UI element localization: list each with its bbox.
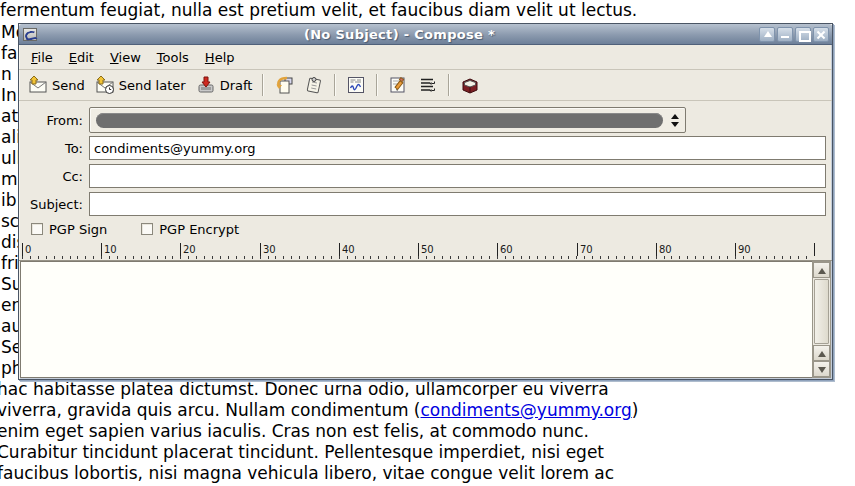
doc-text: viverra, gravida quis arcu. Nullam condi… [0, 400, 421, 420]
pgp-sign-label: PGP Sign [49, 222, 107, 237]
close-button[interactable] [813, 27, 829, 42]
subject-row: Subject: [23, 190, 828, 218]
shade-button[interactable] [759, 27, 775, 42]
doc-fragment: er [1, 295, 18, 316]
attach-button[interactable] [299, 72, 329, 98]
toolbar-separator [334, 74, 336, 96]
ruler-tick: 10 [101, 243, 117, 256]
linewrap-icon [418, 75, 438, 95]
doc-text: ) [632, 400, 639, 420]
cc-row: Cc: [23, 162, 828, 190]
ruler-tick: 60 [497, 243, 513, 256]
cc-input[interactable] [89, 164, 826, 188]
send-later-label: Send later [119, 78, 186, 93]
ruler-tick: 0 [22, 243, 31, 256]
send-label: Send [52, 78, 85, 93]
pgp-encrypt-checkbox[interactable] [141, 223, 153, 235]
from-row: From: [23, 106, 828, 134]
message-body-input[interactable] [20, 261, 812, 378]
doc-fragment: fa [1, 43, 17, 64]
ruler-tick: 40 [339, 243, 355, 256]
scroll-up-button[interactable] [813, 262, 830, 278]
window-title: (No Subject) - Compose * [40, 27, 759, 42]
send-later-button[interactable]: Send later [90, 72, 191, 98]
vertical-scrollbar[interactable] [812, 261, 831, 378]
ruler-tick: 30 [260, 243, 276, 256]
from-redacted-value [96, 113, 663, 128]
doc-fragment: m [1, 169, 18, 190]
menubar: File Edit View Tools Help [19, 45, 832, 70]
doc-fragment: n [1, 64, 12, 85]
doc-fragment: In [1, 85, 17, 106]
pgp-sign-checkbox[interactable] [31, 223, 43, 235]
doc-bottom-line: viverra, gravida quis arcu. Nullam condi… [0, 400, 638, 421]
doc-bottom-line: faucibus lobortis, nisi magna vehicula l… [0, 463, 614, 484]
signature-icon [346, 75, 366, 95]
ruler-tick: 50 [418, 243, 434, 256]
scroll-up-button-bottom[interactable] [813, 345, 830, 361]
toolbar-separator [376, 74, 378, 96]
menu-edit[interactable]: Edit [61, 47, 102, 68]
doc-fragment: at [1, 106, 18, 127]
menu-view[interactable]: View [102, 47, 149, 68]
draft-icon [196, 75, 216, 95]
edit-icon [388, 75, 408, 95]
doc-fragment: sc [1, 211, 19, 232]
insert-file-icon [274, 75, 294, 95]
pgp-options: PGP Sign PGP Encrypt [19, 218, 832, 240]
send-icon [28, 75, 48, 95]
column-ruler: 0 10 20 30 40 50 60 70 80 90 [19, 242, 832, 261]
cc-label: Cc: [23, 169, 89, 184]
signature-button[interactable] [341, 72, 371, 98]
draft-button[interactable]: Draft [191, 72, 258, 98]
doc-bottom-line: Curabitur tincidunt placerat tincidunt. … [0, 442, 604, 463]
from-combo[interactable] [89, 107, 686, 133]
message-body-area [20, 261, 831, 378]
toolbar-separator [448, 74, 450, 96]
insert-file-button[interactable] [269, 72, 299, 98]
doc-top-line: fermentum feugiat, nulla est pretium vel… [0, 0, 637, 21]
menu-help[interactable]: Help [197, 47, 243, 68]
mailto-link[interactable]: condiments@yummy.org [421, 400, 632, 420]
from-label: From: [23, 113, 89, 128]
send-later-icon [95, 75, 115, 95]
address-book-button[interactable] [455, 72, 485, 98]
header-fields: From: To: Cc: Subject: [19, 101, 832, 218]
ruler-end-tick [814, 243, 815, 256]
doc-bottom-line: hac habitasse platea dictumst. Donec urn… [0, 379, 609, 400]
ruler-tick: 80 [656, 243, 672, 256]
to-row: To: [23, 134, 828, 162]
compose-window: (No Subject) - Compose * File Edit View … [18, 23, 833, 380]
toolbar: Send Send later Draft [19, 70, 832, 101]
menu-file[interactable]: File [23, 47, 61, 68]
ruler-tick: 70 [577, 243, 593, 256]
to-label: To: [23, 141, 89, 156]
pgp-sign-option[interactable]: PGP Sign [31, 222, 107, 237]
pgp-encrypt-option[interactable]: PGP Encrypt [141, 222, 239, 237]
doc-fragment: fri [1, 253, 19, 274]
subject-input[interactable] [89, 192, 826, 216]
linewrap-button[interactable] [413, 72, 443, 98]
subject-label: Subject: [23, 197, 89, 212]
attach-icon [304, 75, 324, 95]
menu-tools[interactable]: Tools [149, 47, 197, 68]
doc-bottom-line: enim eget sapien varius iaculis. Cras no… [0, 421, 589, 442]
edit-button[interactable] [383, 72, 413, 98]
to-input[interactable] [89, 136, 826, 160]
address-book-icon [460, 75, 480, 95]
combo-arrows-icon [671, 114, 679, 127]
ruler-tick: 90 [735, 243, 751, 256]
send-button[interactable]: Send [23, 72, 90, 98]
maximize-button[interactable] [795, 27, 811, 42]
toolbar-separator [262, 74, 264, 96]
pgp-encrypt-label: PGP Encrypt [159, 222, 239, 237]
scrollbar-thumb[interactable] [814, 279, 829, 344]
scroll-down-button[interactable] [813, 361, 830, 377]
draft-label: Draft [220, 78, 253, 93]
minimize-button[interactable] [777, 27, 793, 42]
window-icon [23, 28, 37, 41]
ruler-tick: 20 [180, 243, 196, 256]
titlebar[interactable]: (No Subject) - Compose * [19, 24, 832, 45]
doc-fragment: ib [1, 190, 17, 211]
